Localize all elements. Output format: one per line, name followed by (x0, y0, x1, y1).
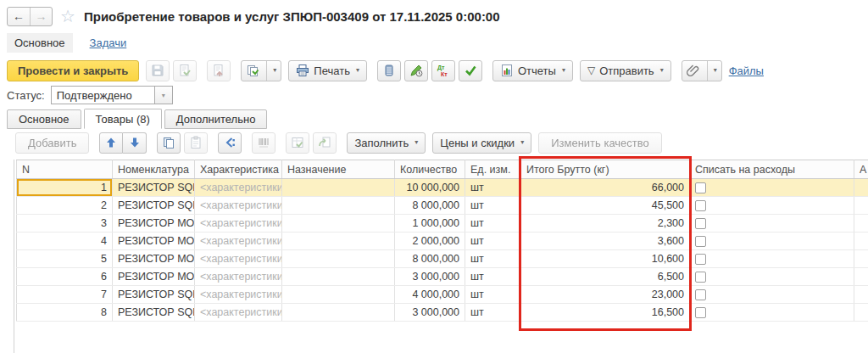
col-header-characteristic[interactable]: Характеристика (195, 160, 282, 179)
cell-characteristic[interactable]: <характеристики... (195, 233, 282, 250)
cell-n[interactable]: 3 (17, 215, 113, 233)
cell-characteristic[interactable]: <характеристики... (195, 250, 282, 268)
prices-discounts-button[interactable]: Цены и скидки ▾ (432, 132, 531, 154)
cell-quantity[interactable]: 3 000,000 (395, 268, 465, 286)
cell-n[interactable]: 1 (17, 179, 113, 197)
attachments-dropdown-button[interactable]: ▾ (682, 60, 722, 81)
cell-nomenclature[interactable]: РЕЗИСТОР SQP... (113, 286, 195, 304)
cell-gross-total[interactable]: 23,000 (521, 286, 690, 304)
cell-quantity[interactable]: 4 000,000 (395, 286, 465, 304)
col-header-quantity[interactable]: Количество (395, 160, 465, 179)
cell-write-off[interactable] (690, 233, 854, 250)
cell-quantity[interactable]: 8 000,000 (395, 250, 465, 268)
cell-unit[interactable]: шт (465, 179, 521, 197)
edit-history-button[interactable] (404, 60, 428, 81)
cell-extra[interactable] (854, 304, 868, 322)
cell-unit[interactable]: шт (465, 250, 521, 268)
write-off-checkbox[interactable] (695, 254, 706, 265)
cell-characteristic[interactable]: <характеристики... (195, 197, 282, 215)
write-off-checkbox[interactable] (695, 182, 706, 193)
cell-unit[interactable]: шт (465, 286, 521, 304)
cell-nomenclature[interactable]: РЕЗИСТОР SQP... (113, 304, 195, 322)
forward-button[interactable]: → (30, 8, 52, 25)
cell-nomenclature[interactable]: РЕЗИСТОР МО-... (113, 268, 195, 286)
write-off-checkbox[interactable] (695, 200, 706, 211)
cell-nomenclature[interactable]: РЕЗИСТОР SQP... (113, 179, 195, 197)
cell-characteristic[interactable]: <характеристики... (195, 304, 282, 322)
cell-quantity[interactable]: 8 000,000 (395, 197, 465, 215)
cell-purpose[interactable] (282, 197, 395, 215)
cell-gross-total[interactable]: 10,600 (521, 250, 690, 268)
cell-extra[interactable] (854, 215, 868, 233)
back-button[interactable]: ← (8, 8, 30, 25)
cell-write-off[interactable] (690, 286, 854, 304)
col-header-gross-total[interactable]: Итого Брутто (кг) (521, 160, 690, 179)
cell-characteristic[interactable]: <характеристики... (195, 286, 282, 304)
cell-quantity[interactable]: 3 000,000 (395, 304, 465, 322)
move-up-button[interactable] (99, 132, 123, 154)
cell-gross-total[interactable]: 2,300 (521, 215, 690, 233)
paste-row-button[interactable] (184, 132, 208, 154)
post-document-button[interactable] (173, 60, 197, 81)
status-input[interactable] (51, 86, 155, 104)
cell-extra[interactable] (854, 197, 868, 215)
cell-purpose[interactable] (282, 268, 395, 286)
tab-goods[interactable]: Товары (8) (84, 109, 162, 129)
cell-characteristic[interactable]: <характеристики... (195, 179, 282, 197)
move-down-button[interactable] (123, 132, 147, 154)
cell-write-off[interactable] (690, 250, 854, 268)
col-header-extra[interactable]: А (854, 160, 868, 179)
change-quality-button[interactable]: Изменить качество (538, 132, 662, 154)
cell-extra[interactable] (854, 179, 868, 197)
load-from-file-button[interactable] (313, 132, 337, 154)
cell-write-off[interactable] (690, 197, 854, 215)
table-row[interactable]: 3 РЕЗИСТОР МО-... <характеристики... 1 0… (17, 215, 868, 233)
cell-gross-total[interactable]: 6,500 (521, 268, 690, 286)
cell-nomenclature[interactable]: РЕЗИСТОР МО-... (113, 250, 195, 268)
cell-purpose[interactable] (282, 179, 395, 197)
cell-n[interactable]: 8 (17, 304, 113, 322)
reports-button[interactable]: Отчеты ▾ (492, 60, 573, 81)
cell-purpose[interactable] (282, 250, 395, 268)
cell-n[interactable]: 6 (17, 268, 113, 286)
cell-characteristic[interactable]: <характеристики... (195, 268, 282, 286)
write-off-checkbox[interactable] (695, 307, 706, 318)
cell-gross-total[interactable]: 45,500 (521, 197, 690, 215)
col-header-write-off[interactable]: Списать на расходы (690, 160, 854, 179)
cell-extra[interactable] (854, 250, 868, 268)
write-off-checkbox[interactable] (695, 289, 706, 300)
cell-write-off[interactable] (690, 304, 854, 322)
cell-unit[interactable]: шт (465, 233, 521, 250)
cell-n[interactable]: 5 (17, 250, 113, 268)
tab-additional[interactable]: Дополнительно (164, 109, 268, 129)
table-row[interactable]: 7 РЕЗИСТОР SQP... <характеристики... 4 0… (17, 286, 868, 304)
copy-row-button[interactable] (157, 132, 181, 154)
post-and-close-button[interactable]: Провести и закрыть (7, 60, 139, 81)
cell-characteristic[interactable]: <характеристики... (195, 215, 282, 233)
cell-extra[interactable] (854, 286, 868, 304)
cell-quantity[interactable]: 1 000,000 (395, 215, 465, 233)
copy-dropdown-button[interactable]: ▾ (241, 60, 281, 81)
col-header-nomenclature[interactable]: Номенклатура (113, 160, 195, 179)
cell-gross-total[interactable]: 66,000 (521, 179, 690, 197)
cell-extra[interactable] (854, 268, 868, 286)
cell-nomenclature[interactable]: РЕЗИСТОР МО-... (113, 215, 195, 233)
col-header-purpose[interactable]: Назначение (282, 160, 395, 179)
table-row[interactable]: 6 РЕЗИСТОР МО-... <характеристики... 3 0… (17, 268, 868, 286)
cell-write-off[interactable] (690, 215, 854, 233)
cell-nomenclature[interactable]: РЕЗИСТОР SQP... (113, 197, 195, 215)
cell-nomenclature[interactable]: РЕЗИСТОР МО-... (113, 233, 195, 250)
cell-n[interactable]: 7 (17, 286, 113, 304)
table-row[interactable]: 4 РЕЗИСТОР МО-... <характеристики... 2 0… (17, 233, 868, 250)
move-to-document-button[interactable] (218, 132, 242, 154)
subordination-structure-button[interactable] (377, 60, 401, 81)
barcode-scan-button[interactable] (252, 132, 275, 154)
nav-link-tasks[interactable]: Задачи (90, 36, 127, 49)
col-header-unit[interactable]: Ед. изм. (465, 160, 521, 179)
files-link[interactable]: Файлы (729, 64, 764, 77)
debit-credit-button[interactable]: Дт Кт (431, 60, 455, 81)
cell-unit[interactable]: шт (465, 215, 521, 233)
cell-quantity[interactable]: 2 000,000 (395, 233, 465, 250)
cell-n[interactable]: 2 (17, 197, 113, 215)
save-button[interactable] (146, 60, 170, 81)
